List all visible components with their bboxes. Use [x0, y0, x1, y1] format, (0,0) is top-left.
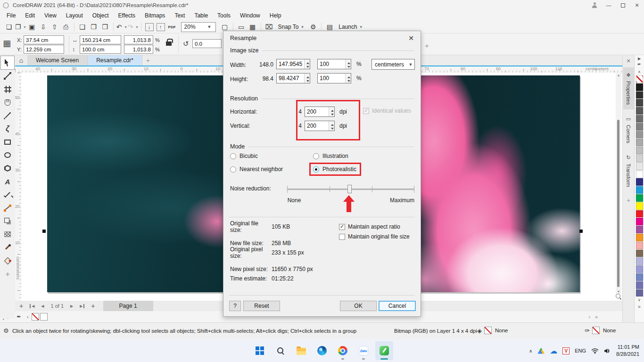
- maximize-button[interactable]: [616, 0, 630, 10]
- drop-shadow-tool[interactable]: [1, 214, 14, 228]
- slider-thumb[interactable]: [347, 185, 352, 193]
- height-input[interactable]: [276, 73, 310, 83]
- docker-tab[interactable]: ▭ Corners: [623, 111, 634, 148]
- polygon-tool[interactable]: [1, 162, 14, 175]
- palette-scroll-down-icon[interactable]: ∨: [638, 296, 641, 303]
- scale-y-input[interactable]: [124, 45, 153, 54]
- color-swatch[interactable]: [636, 210, 643, 218]
- zalo-app-button[interactable]: Zalo: [355, 341, 372, 360]
- toolbar-icon[interactable]: [259, 22, 263, 32]
- color-swatch[interactable]: [636, 281, 643, 289]
- add-page-icon[interactable]: +: [16, 302, 26, 310]
- menu-item[interactable]: Effects: [114, 11, 140, 20]
- docker-tab[interactable]: ↻ Transform: [623, 150, 634, 192]
- color-swatch[interactable]: [636, 250, 643, 257]
- spinner-buttons[interactable]: [345, 59, 351, 69]
- artistic-media-tool[interactable]: [1, 122, 14, 135]
- onedrive-cloud-icon[interactable]: ☁: [550, 346, 557, 355]
- color-swatch[interactable]: [636, 139, 643, 146]
- last-page-icon[interactable]: ▶: [76, 304, 88, 308]
- color-swatch[interactable]: [636, 107, 643, 115]
- vertical-scrollbar[interactable]: ▲ ▼: [616, 73, 621, 294]
- interactive-fill-tool[interactable]: [1, 254, 14, 267]
- new-tab-button[interactable]: +: [142, 55, 154, 66]
- palette-flyout-icon[interactable]: ▶: [638, 55, 641, 62]
- color-swatch[interactable]: [636, 115, 643, 123]
- color-swatch[interactable]: [636, 147, 643, 154]
- menu-item[interactable]: Help: [265, 11, 286, 20]
- chrome-browser-button[interactable]: [334, 341, 352, 360]
- shape-tool[interactable]: [1, 69, 14, 82]
- dimension-tool[interactable]: [1, 188, 14, 201]
- add-page-icon[interactable]: +: [88, 302, 98, 310]
- duplicate-icon[interactable]: ❒: [100, 22, 110, 32]
- previous-page-icon[interactable]: ◀: [38, 304, 47, 308]
- color-swatch[interactable]: [636, 242, 643, 249]
- google-drive-icon[interactable]: [537, 348, 545, 354]
- object-height-input[interactable]: [80, 45, 121, 54]
- color-swatch[interactable]: [636, 226, 643, 233]
- ellipse-tool[interactable]: [1, 148, 14, 162]
- width-input[interactable]: [276, 59, 310, 69]
- page-tab[interactable]: Page 1: [103, 301, 153, 311]
- wifi-icon[interactable]: [591, 348, 599, 354]
- scroll-up-icon[interactable]: ▲: [616, 74, 621, 77]
- rectangle-tool[interactable]: [1, 135, 14, 148]
- home-icon[interactable]: ⌂: [15, 55, 27, 66]
- mode-radio-option[interactable]: Nearest neighbor: [230, 166, 283, 173]
- toolbar-icon[interactable]: [231, 22, 235, 32]
- object-width-input[interactable]: [80, 35, 121, 44]
- palette-scroll-end-icon[interactable]: »: [595, 314, 598, 320]
- color-swatch[interactable]: [636, 163, 643, 170]
- minimize-button[interactable]: —: [602, 0, 616, 10]
- color-swatch[interactable]: [636, 155, 643, 162]
- unikey-icon[interactable]: V: [562, 347, 570, 354]
- menu-item[interactable]: Edit: [20, 11, 40, 20]
- edge-browser-button[interactable]: [313, 341, 331, 360]
- palette-eyedropper-icon[interactable]: ✒: [637, 62, 641, 68]
- save-icon[interactable]: ▣: [27, 22, 37, 32]
- menu-item[interactable]: Bitmaps: [140, 11, 170, 20]
- connector-tool[interactable]: [1, 201, 14, 214]
- volume-icon[interactable]: [604, 348, 611, 354]
- cancel-button[interactable]: Cancel: [379, 301, 416, 311]
- menu-item[interactable]: Tools: [213, 11, 235, 20]
- color-swatch[interactable]: [636, 273, 643, 281]
- paste-icon[interactable]: ❒: [89, 22, 99, 32]
- scroll-down-icon[interactable]: ▼: [616, 290, 621, 293]
- undo-icon[interactable]: ↶: [116, 22, 127, 32]
- height-percent-input[interactable]: [317, 73, 351, 83]
- import-arrow-icon[interactable]: ↓: [145, 23, 154, 31]
- file-explorer-button[interactable]: [292, 341, 310, 360]
- scrollbar-thumb[interactable]: [617, 120, 619, 287]
- pan-tool[interactable]: [1, 96, 14, 109]
- plus-icon[interactable]: +: [425, 41, 429, 49]
- help-button[interactable]: ?: [229, 301, 241, 311]
- spinner-buttons[interactable]: [304, 59, 310, 69]
- palette-expand-icon[interactable]: »: [638, 303, 641, 310]
- tray-expand-icon[interactable]: ∧: [529, 348, 532, 354]
- color-swatch[interactable]: [636, 289, 643, 297]
- menu-item[interactable]: File: [2, 11, 20, 20]
- palette-scroll-up-icon[interactable]: ∧: [638, 68, 641, 75]
- reset-button[interactable]: Reset: [243, 301, 280, 311]
- transparency-tool[interactable]: [1, 228, 14, 241]
- selection-handle[interactable]: [42, 230, 46, 233]
- color-swatch[interactable]: [636, 171, 643, 178]
- clock[interactable]: 11:01 PM 8/28/2021: [616, 344, 639, 358]
- docker-tab[interactable]: ❖ Properties: [623, 67, 634, 109]
- eyedropper-icon[interactable]: ✒: [14, 313, 24, 320]
- color-swatch-none[interactable]: [32, 313, 39, 321]
- color-swatch[interactable]: [636, 99, 643, 107]
- palette-scroll-right-icon[interactable]: ›: [588, 314, 590, 320]
- menu-item[interactable]: View: [40, 11, 61, 20]
- scale-x-input[interactable]: [124, 35, 153, 44]
- dialog-close-icon[interactable]: ✕: [405, 33, 417, 43]
- freehand-tool[interactable]: [1, 109, 14, 122]
- status-gear-icon[interactable]: ⚙: [3, 327, 9, 334]
- toolbar-icon[interactable]: [139, 22, 143, 32]
- color-swatch[interactable]: [636, 123, 643, 131]
- document-tab[interactable]: Welcome Screen: [27, 55, 88, 66]
- color-swatch[interactable]: [636, 202, 643, 210]
- close-button[interactable]: ✕: [630, 0, 644, 10]
